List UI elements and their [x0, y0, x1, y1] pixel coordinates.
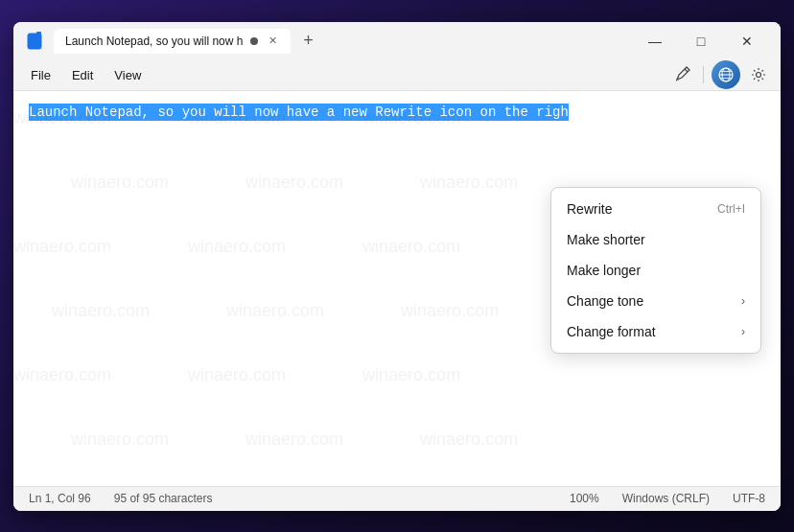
ctx-make-longer-label: Make longer: [567, 263, 641, 278]
close-button[interactable]: ✕: [725, 26, 769, 57]
ctx-change-tone[interactable]: Change tone ›: [551, 286, 760, 316]
zoom-level: 100%: [570, 492, 599, 505]
active-tab[interactable]: Launch Notepad, so you will now h ✕: [54, 29, 291, 54]
new-tab-button[interactable]: +: [294, 28, 321, 55]
selected-text: Launch Notepad, so you will now have a n…: [29, 104, 569, 121]
svg-point-10: [757, 73, 761, 78]
tab-modified-dot: [250, 37, 258, 45]
title-bar: Launch Notepad, so you will now h ✕ + — …: [13, 22, 781, 60]
cursor-position: Ln 1, Col 96: [29, 492, 91, 505]
minimize-button[interactable]: —: [633, 26, 677, 57]
rewrite-button[interactable]: [668, 61, 697, 88]
ctx-change-tone-arrow: ›: [741, 294, 745, 308]
globe-button[interactable]: [712, 60, 740, 89]
editor-area[interactable]: winaero.com winaero.com winaero.com wina…: [13, 91, 781, 486]
maximize-button[interactable]: □: [679, 26, 723, 57]
ctx-rewrite[interactable]: Rewrite Ctrl+I: [551, 194, 760, 224]
editor-content[interactable]: Launch Notepad, so you will now have a n…: [29, 103, 765, 123]
svg-rect-4: [36, 32, 41, 36]
encoding: UTF-8: [733, 492, 765, 505]
menu-file[interactable]: File: [21, 64, 60, 86]
ctx-make-shorter[interactable]: Make shorter: [551, 224, 760, 255]
menu-edit[interactable]: Edit: [62, 64, 103, 86]
line-ending: Windows (CRLF): [622, 492, 710, 505]
status-bar: Ln 1, Col 96 95 of 95 characters 100% Wi…: [13, 486, 781, 511]
menu-bar: File Edit View: [13, 60, 781, 91]
app-icon: [25, 32, 44, 51]
ctx-rewrite-label: Rewrite: [567, 201, 612, 217]
tab-title: Launch Notepad, so you will now h: [65, 35, 243, 48]
context-menu: Rewrite Ctrl+I Make shorter Make longer …: [550, 187, 761, 354]
settings-button[interactable]: [744, 61, 773, 88]
ctx-change-tone-label: Change tone: [567, 293, 643, 309]
toolbar-divider: [703, 66, 704, 83]
menu-view[interactable]: View: [105, 64, 151, 86]
tab-close-button[interactable]: ✕: [266, 35, 279, 48]
ctx-change-format-arrow: ›: [741, 325, 745, 338]
ctx-make-shorter-label: Make shorter: [567, 232, 645, 247]
ctx-change-format-label: Change format: [567, 324, 656, 339]
window-controls: — □ ✕: [633, 26, 769, 57]
ctx-make-longer[interactable]: Make longer: [551, 255, 760, 286]
svg-rect-2: [30, 39, 39, 41]
ctx-change-format[interactable]: Change format ›: [551, 316, 760, 347]
svg-rect-3: [30, 42, 36, 44]
svg-rect-1: [30, 36, 39, 38]
ctx-rewrite-shortcut: Ctrl+I: [717, 202, 745, 216]
char-count: 95 of 95 characters: [114, 492, 213, 505]
